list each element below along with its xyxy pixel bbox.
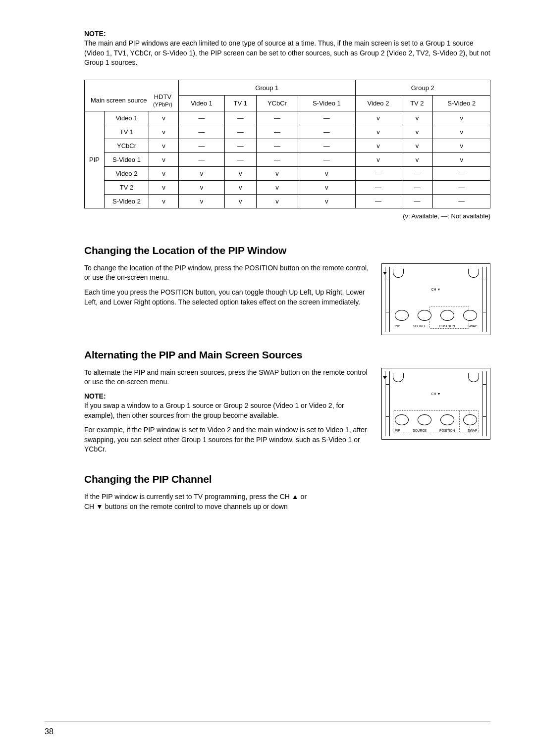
table-cell: v (433, 111, 490, 125)
source-button-2 (418, 414, 431, 425)
section1-p1: To change the location of the PIP window… (84, 263, 373, 283)
group2-header: Group 2 (355, 80, 490, 96)
table-cell: — (256, 111, 298, 125)
table-cell: — (179, 111, 225, 125)
note-label: NOTE: (84, 30, 490, 38)
table-cell: — (256, 152, 298, 166)
table-cell: v (179, 194, 225, 208)
note-text: The main and PIP windows are each limite… (84, 39, 490, 68)
table-cell: v (256, 180, 298, 194)
table-row-name: Video 2 (105, 166, 149, 180)
table-cell: — (401, 180, 433, 194)
table-cell: — (224, 152, 256, 166)
col-tv2: TV 2 (401, 96, 433, 111)
table-row-name: TV 2 (105, 180, 149, 194)
table-cell: — (401, 166, 433, 180)
section1-title: Changing the Location of the PIP Window (84, 245, 490, 256)
table-cell: v (355, 152, 401, 166)
table-cell: — (224, 139, 256, 152)
table-cell: — (256, 139, 298, 152)
table-row-name: S-Video 2 (105, 194, 149, 208)
section2-note-text: If you swap a window to a Group 1 source… (84, 401, 373, 420)
col-svideo2: S-Video 2 (433, 96, 490, 111)
table-cell: — (433, 194, 490, 208)
table-cell: — (179, 139, 225, 152)
table-cell: v (149, 139, 179, 152)
table-cell: v (149, 125, 179, 139)
table-cell: v (149, 152, 179, 166)
table-cell: v (433, 125, 490, 139)
table-cell: v (149, 111, 179, 125)
ch-down-button-2 (373, 371, 397, 386)
ch-label-2: CH ▼ (431, 392, 441, 396)
col-svideo1: S-Video 1 (298, 96, 356, 111)
pip-button (395, 310, 409, 321)
remote-diagram-swap: CH ▼ PIP SOURCE POSITION SWAP (381, 368, 490, 440)
table-cell: — (298, 111, 356, 125)
section3-title: Changing the PIP Channel (84, 473, 490, 485)
table-row-name: S-Video 1 (105, 152, 149, 166)
pip-row-label: PIP (85, 111, 105, 208)
ypbpr-label: (YPbPr) (153, 101, 172, 107)
swap-label: SWAP (468, 324, 477, 328)
main-source-label: Main screen source (91, 97, 147, 104)
table-cell: v (256, 194, 298, 208)
col-ycbcr: YCbCr (256, 96, 298, 111)
table-cell: v (355, 125, 401, 139)
table-cell: v (433, 139, 490, 152)
hdtv-label: HDTV (154, 93, 171, 101)
table-cell: v (355, 111, 401, 125)
table-legend: (v: Available, —: Not available) (84, 212, 490, 220)
section2-p1: To alternate the PIP and main screen sou… (84, 368, 373, 387)
table-row-name: YCbCr (105, 139, 149, 152)
table-cell: v (401, 125, 433, 139)
section1-p2: Each time you press the POSITION button,… (84, 288, 373, 307)
ch-label: CH ▼ (431, 288, 441, 291)
table-cell: — (355, 180, 401, 194)
table-cell: — (224, 125, 256, 139)
table-row-name: Video 1 (105, 111, 149, 125)
source-label: SOURCE (413, 324, 427, 328)
swap-button-2 (463, 414, 477, 425)
col-video1: Video 1 (179, 96, 225, 111)
pip-label: PIP (395, 324, 400, 328)
source-label-2: SOURCE (413, 429, 427, 432)
table-cell: — (298, 125, 356, 139)
swap-label-2: SWAP (468, 429, 477, 432)
table-cell: v (298, 166, 356, 180)
table-cell: v (224, 166, 256, 180)
position-label-2: POSITION (439, 429, 455, 432)
section2-title: Alternating the PIP and Main Screen Sour… (84, 349, 490, 361)
group1-header: Group 1 (179, 80, 356, 96)
section2-note-label: NOTE: (84, 392, 373, 400)
pip-button-2 (395, 414, 409, 425)
section3-p1: If the PIP window is currently set to TV… (84, 492, 312, 511)
table-cell: v (355, 139, 401, 152)
table-cell: v (401, 139, 433, 152)
remote-diagram-position: CH ▼ PIP SOURCE POSITION SWAP (381, 263, 490, 335)
table-cell: — (355, 194, 401, 208)
swap-button (463, 310, 477, 321)
table-cell: v (224, 194, 256, 208)
table-cell: v (401, 152, 433, 166)
table-cell: v (149, 166, 179, 180)
table-cell: v (179, 166, 225, 180)
table-cell: v (256, 166, 298, 180)
table-cell: — (298, 139, 356, 152)
footer-divider (45, 721, 490, 721)
position-button-2 (440, 414, 454, 425)
position-button (440, 310, 454, 321)
table-cell: v (433, 152, 490, 166)
section2-p2: For example, if the PIP window is set to… (84, 425, 373, 454)
table-cell: v (149, 180, 179, 194)
page-number: 38 (45, 727, 54, 736)
table-cell: — (256, 125, 298, 139)
table-cell: v (298, 180, 356, 194)
table-cell: — (355, 166, 401, 180)
table-cell: v (401, 111, 433, 125)
table-row-name: TV 1 (105, 125, 149, 139)
col-video2: Video 2 (355, 96, 401, 111)
table-cell: v (224, 180, 256, 194)
col-tv1: TV 1 (224, 96, 256, 111)
source-table: Main screen source HDTV (YPbPr) Group 1 … (84, 80, 490, 208)
